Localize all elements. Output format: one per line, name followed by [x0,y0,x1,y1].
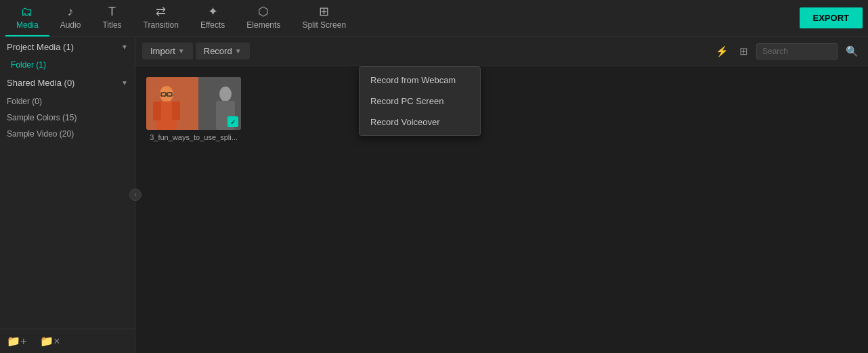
project-media-label: Project Media (1) [7,42,74,52]
import-label: Import [150,46,175,56]
sidebar-bottom-actions: 📁+ 📁× [0,329,135,353]
toolbar-item-media[interactable]: 🗂 Media [5,0,49,37]
media-thumbnail: ✓ [146,77,241,130]
split-screen-label: Split Screen [302,20,346,30]
transition-label: Transition [144,20,179,30]
record-button[interactable]: Record ▼ [196,43,250,60]
sidebar-folder-item[interactable]: Folder (1) [0,57,135,72]
grid-view-icon[interactable]: ⊞ [737,43,751,60]
media-grid: ✓ 3_fun_ways_to_use_spli... [135,66,868,353]
selected-badge: ✓ [227,116,238,127]
effects-label: Effects [200,20,225,30]
audio-label: Audio [60,20,81,30]
toolbar-item-titles[interactable]: T Titles [91,0,132,37]
titles-icon: T [108,5,116,18]
svg-rect-2 [153,101,161,120]
import-arrow-icon: ▼ [178,47,185,55]
search-input[interactable] [756,43,838,60]
toolbar-item-effects[interactable]: ✦ Effects [190,0,236,37]
svg-rect-3 [172,101,180,120]
sidebar-shared-folder[interactable]: Folder (0) [0,93,135,110]
toolbar-item-transition[interactable]: ⇄ Transition [133,0,190,37]
sidebar: Project Media (1) ▼ Folder (1) Shared Me… [0,37,135,353]
sidebar-shared-media-header[interactable]: Shared Media (0) ▼ [0,72,135,93]
thumb-inner [146,77,241,130]
person1-silhouette [150,84,183,130]
search-icon[interactable]: 🔍 [843,43,861,60]
add-folder-icon[interactable]: 📁+ [7,335,26,348]
remove-folder-icon[interactable]: 📁× [40,335,60,348]
media-item[interactable]: ✓ 3_fun_ways_to_use_spli... [146,77,241,141]
media-label: Media [16,20,39,30]
import-button[interactable]: Import ▼ [142,43,193,60]
svg-point-7 [219,87,232,101]
toolbar-item-elements[interactable]: ⬡ Elements [236,0,291,37]
dropdown-item-pc-screen[interactable]: Record PC Screen [360,91,480,112]
content-area: Import ▼ Record ▼ ⚡ ⊞ 🔍 Record from Webc… [135,37,868,353]
thumb-left-panel [146,77,198,130]
audio-icon: ♪ [68,5,74,18]
toolbar-item-split-screen[interactable]: ⊞ Split Screen [291,0,357,37]
sidebar-section-shared-media: Shared Media (0) ▼ Folder (0) [0,72,135,110]
main-toolbar: 🗂 Media ♪ Audio T Titles ⇄ Transition ✦ … [0,0,868,37]
sidebar-sample-video[interactable]: Sample Video (20) [0,126,135,142]
titles-label: Titles [102,20,121,30]
sidebar-project-media-header[interactable]: Project Media (1) ▼ [0,37,135,57]
chevron-down-icon: ▼ [121,43,128,51]
record-arrow-icon: ▼ [235,47,242,55]
media-filename: 3_fun_ways_to_use_spli... [150,133,238,141]
toolbar-right-controls: ⚡ ⊞ 🔍 [713,43,861,60]
chevron-down-icon-2: ▼ [121,79,128,87]
dropdown-item-webcam[interactable]: Record from Webcam [360,70,480,91]
sidebar-collapse-arrow[interactable]: ‹ [129,189,142,201]
sidebar-sample-colors[interactable]: Sample Colors (15) [0,110,135,126]
split-screen-icon: ⊞ [319,5,329,18]
effects-icon: ✦ [208,5,218,18]
main-area: Project Media (1) ▼ Folder (1) Shared Me… [0,37,868,353]
media-icon: 🗂 [21,5,33,18]
content-toolbar: Import ▼ Record ▼ ⚡ ⊞ 🔍 [135,37,868,66]
elements-label: Elements [246,20,280,30]
sidebar-section-project-media: Project Media (1) ▼ Folder (1) [0,37,135,72]
record-dropdown: Record from Webcam Record PC Screen Reco… [359,66,481,136]
shared-media-label: Shared Media (0) [7,78,74,88]
dropdown-item-voiceover[interactable]: Record Voiceover [360,112,480,133]
toolbar-item-audio[interactable]: ♪ Audio [49,0,92,37]
transition-icon: ⇄ [156,5,166,18]
filter-icon[interactable]: ⚡ [713,43,731,60]
export-button[interactable]: EXPORT [800,7,863,28]
elements-icon: ⬡ [258,5,269,18]
record-label: Record [204,46,232,56]
